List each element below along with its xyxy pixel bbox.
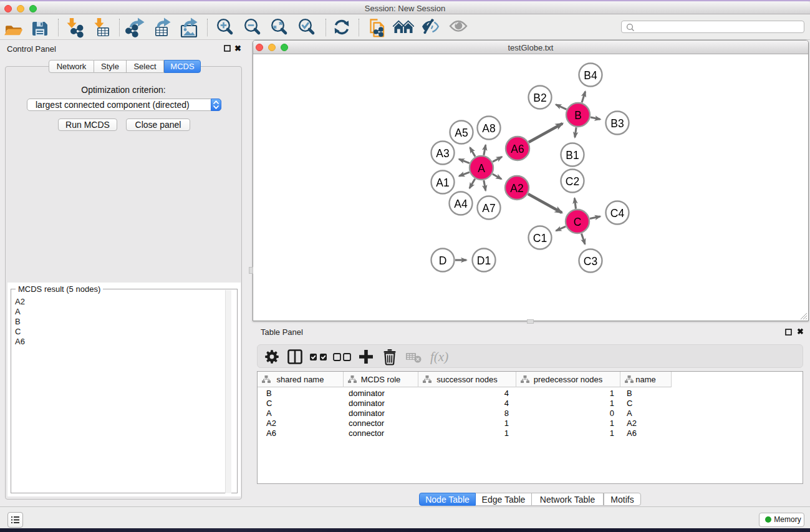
- svg-text:A4: A4: [454, 198, 468, 210]
- svg-text:C1: C1: [533, 232, 547, 244]
- svg-text:D1: D1: [477, 254, 491, 267]
- svg-text:A7: A7: [482, 202, 495, 215]
- svg-text:C: C: [574, 216, 582, 228]
- svg-text:B3: B3: [610, 117, 624, 130]
- svg-text:A: A: [478, 162, 485, 175]
- svg-text:B2: B2: [533, 92, 546, 104]
- svg-text:A5: A5: [455, 127, 468, 139]
- svg-text:C3: C3: [584, 255, 597, 268]
- svg-text:B1: B1: [566, 149, 579, 162]
- svg-text:A2: A2: [510, 182, 523, 195]
- svg-text:f(x): f(x): [430, 349, 448, 364]
- svg-text:A6: A6: [511, 143, 524, 155]
- svg-text:C4: C4: [610, 207, 625, 220]
- svg-text:D: D: [439, 254, 447, 267]
- svg-text:B: B: [574, 109, 582, 122]
- svg-text:A1: A1: [436, 177, 449, 189]
- svg-text:A3: A3: [436, 147, 449, 160]
- svg-text:B4: B4: [584, 69, 597, 82]
- svg-text:C2: C2: [566, 175, 579, 188]
- svg-text:A8: A8: [482, 122, 495, 135]
